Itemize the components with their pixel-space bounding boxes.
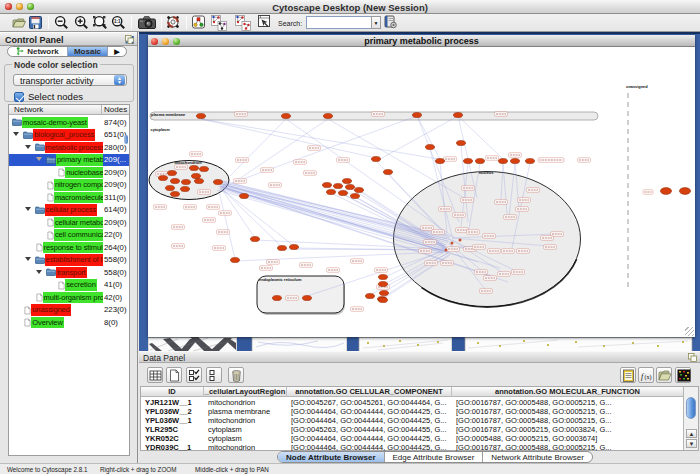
annotation-icon[interactable] bbox=[258, 15, 271, 28]
edge[interactable] bbox=[380, 116, 458, 159]
vizmapper-icon[interactable] bbox=[192, 15, 205, 29]
network-node[interactable] bbox=[196, 113, 205, 118]
open-file-icon[interactable] bbox=[11, 15, 27, 31]
network-node[interactable] bbox=[463, 158, 472, 163]
network-node[interactable] bbox=[345, 184, 354, 189]
network-node[interactable] bbox=[456, 140, 465, 145]
network-node[interactable] bbox=[250, 236, 259, 241]
network-node[interactable] bbox=[239, 193, 248, 198]
tab-edge-attribute-browser[interactable]: Edge Attribute Browser bbox=[385, 452, 484, 462]
network-node[interactable] bbox=[180, 186, 189, 191]
network-node[interactable] bbox=[354, 187, 363, 192]
attribute-select-button[interactable] bbox=[147, 367, 163, 383]
table-row[interactable]: YJR121W__1mitochondrion[GO:0045267, GO:0… bbox=[141, 398, 684, 407]
column-header-3[interactable]: annotation.GO MOLECULAR_FUNCTION bbox=[452, 387, 684, 397]
column-header-0[interactable]: ID bbox=[141, 387, 204, 397]
table-row[interactable]: YPL036W__1mitochondrion[GO:0044464, GO:0… bbox=[141, 416, 684, 425]
network-node[interactable] bbox=[435, 158, 444, 163]
node-color-dropdown[interactable]: transporter activity ▲ ▼ bbox=[13, 74, 127, 86]
scroll-up-button[interactable]: ▲ bbox=[686, 429, 697, 438]
tree-row-primary-metabo[interactable]: primary metabo209(... bbox=[9, 154, 129, 167]
network-node[interactable] bbox=[181, 179, 190, 184]
network-node[interactable] bbox=[170, 178, 179, 183]
table-scrollbar-thumb[interactable] bbox=[686, 397, 696, 419]
tree-row-secretion[interactable]: secretion41(0) bbox=[9, 279, 129, 292]
table-row[interactable]: YLR295Ccytoplasm[GO:0045263, GO:0044444,… bbox=[141, 425, 684, 434]
compare-networks-icon[interactable] bbox=[235, 15, 251, 31]
edge[interactable] bbox=[201, 119, 376, 158]
network-node[interactable] bbox=[378, 281, 387, 286]
tree-expand-arrow[interactable] bbox=[25, 257, 31, 261]
scroll-down-button[interactable]: ▼ bbox=[686, 439, 697, 448]
tree-row-mosaic-demo-yeast[interactable]: mosaic-demo-yeast874(0) bbox=[9, 116, 129, 129]
zoom-selected-icon[interactable] bbox=[92, 15, 108, 30]
network-node[interactable] bbox=[191, 173, 200, 178]
tree-row-cell-communicat[interactable]: cell communicat22(0) bbox=[9, 229, 129, 242]
tree-row-metabolic-process[interactable]: metabolic process280(0) bbox=[9, 141, 129, 154]
tree-row-multi-organism-pro[interactable]: multi-organism pro42(0) bbox=[9, 291, 129, 304]
tree-row-unassigned[interactable]: unassigned223(0) bbox=[9, 304, 129, 317]
tree-expand-arrow[interactable] bbox=[36, 157, 42, 161]
help-lifesaver-icon[interactable] bbox=[166, 15, 180, 29]
zoom-out-icon[interactable] bbox=[54, 15, 69, 30]
network-node[interactable] bbox=[350, 193, 359, 198]
search-dropdown-button[interactable]: ▼ bbox=[371, 16, 381, 29]
table-row[interactable]: YKR052Ccytoplasm[GO:0044464, GO:0044444,… bbox=[141, 434, 684, 443]
network-node[interactable] bbox=[425, 144, 434, 149]
network-node[interactable] bbox=[213, 179, 222, 184]
delete-attribute-button[interactable] bbox=[228, 367, 244, 383]
tree-expand-arrow[interactable] bbox=[25, 207, 31, 211]
network-node[interactable] bbox=[412, 112, 421, 117]
zoom-in-icon[interactable] bbox=[74, 15, 89, 30]
column-header-2[interactable]: annotation.GO CELLULAR_COMPONENT bbox=[287, 387, 452, 397]
network-node[interactable] bbox=[281, 113, 290, 118]
network-node[interactable] bbox=[289, 244, 298, 249]
network-node[interactable] bbox=[660, 188, 671, 195]
network-node[interactable] bbox=[323, 113, 332, 118]
network-view-titlebar[interactable]: primary metabolic process bbox=[148, 35, 695, 47]
tree-expand-arrow[interactable] bbox=[36, 270, 42, 274]
tree-row-cellular-process[interactable]: cellular process614(0) bbox=[9, 204, 129, 217]
tree-row-nitrogen-compo[interactable]: nitrogen compo209(0) bbox=[9, 179, 129, 192]
window-resize-grip[interactable] bbox=[685, 327, 694, 336]
network-node[interactable] bbox=[272, 295, 281, 300]
network-node[interactable] bbox=[378, 297, 387, 302]
select-attributes-button[interactable] bbox=[186, 367, 202, 383]
tab-network-attribute-browser[interactable]: Network Attribute Browser bbox=[483, 452, 591, 462]
network-node[interactable] bbox=[679, 188, 690, 195]
edge[interactable] bbox=[417, 116, 440, 159]
tree-row-response-to-stimul[interactable]: response to stimul264(0) bbox=[9, 241, 129, 254]
network-node[interactable] bbox=[165, 185, 174, 190]
tree-scrollbar[interactable] bbox=[124, 116, 129, 456]
tree-row-transport[interactable]: transport558(0) bbox=[9, 266, 129, 279]
network-node[interactable] bbox=[170, 191, 179, 196]
network-node[interactable] bbox=[194, 178, 203, 183]
tree-row-establishment-of-lo[interactable]: establishment of lo558(0) bbox=[9, 254, 129, 267]
network-node[interactable] bbox=[365, 293, 374, 298]
network-node[interactable] bbox=[525, 158, 534, 163]
edge[interactable] bbox=[286, 119, 452, 236]
network-node[interactable] bbox=[510, 158, 519, 163]
tree-expand-arrow[interactable] bbox=[25, 145, 31, 149]
network-node[interactable] bbox=[371, 156, 380, 161]
network-node[interactable] bbox=[230, 257, 239, 262]
network-node[interactable] bbox=[158, 175, 167, 180]
network-node[interactable] bbox=[475, 158, 484, 163]
network-node[interactable] bbox=[322, 182, 331, 187]
tab-mosaic[interactable]: Mosaic bbox=[67, 47, 108, 56]
network-node[interactable] bbox=[342, 178, 351, 183]
network-node[interactable] bbox=[333, 183, 342, 188]
network-node[interactable] bbox=[189, 165, 198, 170]
zoom-actual-icon[interactable]: 1:1 bbox=[111, 15, 126, 30]
tree-row-nucleobase-[interactable]: nucleobase-209(0) bbox=[9, 166, 129, 179]
network-node[interactable] bbox=[379, 290, 388, 295]
tab-overflow-button[interactable]: ▶ bbox=[108, 47, 126, 56]
network-node[interactable] bbox=[326, 189, 335, 194]
network-node[interactable] bbox=[383, 169, 392, 174]
merge-networks-icon[interactable] bbox=[211, 15, 227, 31]
table-row[interactable]: YPL036W__2plasma membrane[GO:0044464, GO… bbox=[141, 407, 684, 416]
network-node[interactable] bbox=[167, 170, 176, 175]
new-attribute-button[interactable] bbox=[166, 367, 182, 383]
formula-button[interactable]: f (x) bbox=[638, 367, 654, 383]
snapshot-camera-icon[interactable] bbox=[138, 15, 156, 30]
